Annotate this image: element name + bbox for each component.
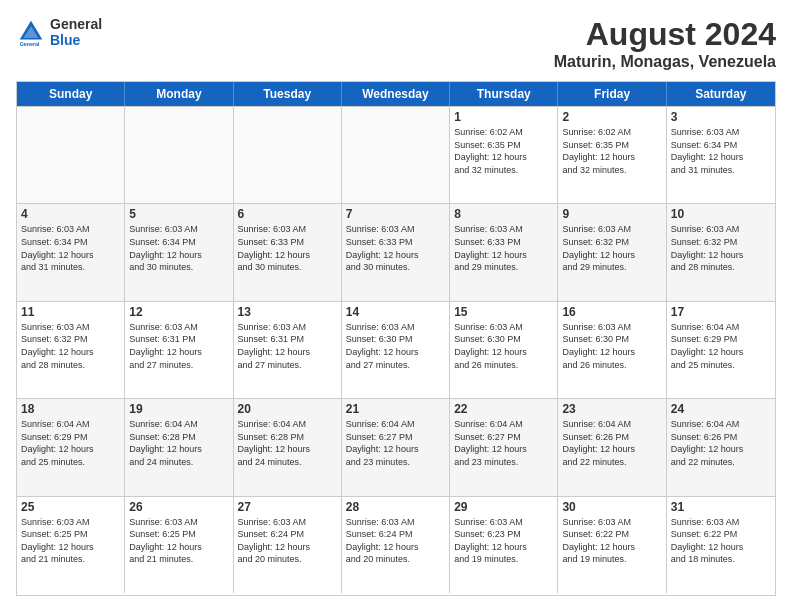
calendar-cell: 2Sunrise: 6:02 AM Sunset: 6:35 PM Daylig… (558, 107, 666, 203)
header: General Blue General Blue August 2024 Ma… (16, 16, 776, 71)
calendar-row: 25Sunrise: 6:03 AM Sunset: 6:25 PM Dayli… (17, 496, 775, 593)
day-info: Sunrise: 6:04 AM Sunset: 6:28 PM Dayligh… (238, 418, 337, 468)
day-number: 2 (562, 110, 661, 124)
calendar-cell: 5Sunrise: 6:03 AM Sunset: 6:34 PM Daylig… (125, 204, 233, 300)
day-number: 20 (238, 402, 337, 416)
day-number: 19 (129, 402, 228, 416)
calendar-cell: 27Sunrise: 6:03 AM Sunset: 6:24 PM Dayli… (234, 497, 342, 593)
day-number: 1 (454, 110, 553, 124)
calendar-header: SundayMondayTuesdayWednesdayThursdayFrid… (17, 82, 775, 106)
day-number: 31 (671, 500, 771, 514)
day-info: Sunrise: 6:03 AM Sunset: 6:34 PM Dayligh… (671, 126, 771, 176)
calendar-cell (17, 107, 125, 203)
calendar-cell: 28Sunrise: 6:03 AM Sunset: 6:24 PM Dayli… (342, 497, 450, 593)
calendar-cell: 10Sunrise: 6:03 AM Sunset: 6:32 PM Dayli… (667, 204, 775, 300)
day-info: Sunrise: 6:03 AM Sunset: 6:32 PM Dayligh… (562, 223, 661, 273)
location: Maturin, Monagas, Venezuela (554, 53, 776, 71)
day-number: 28 (346, 500, 445, 514)
calendar-cell: 25Sunrise: 6:03 AM Sunset: 6:25 PM Dayli… (17, 497, 125, 593)
calendar-cell: 24Sunrise: 6:04 AM Sunset: 6:26 PM Dayli… (667, 399, 775, 495)
calendar-cell (125, 107, 233, 203)
calendar-cell: 20Sunrise: 6:04 AM Sunset: 6:28 PM Dayli… (234, 399, 342, 495)
day-number: 7 (346, 207, 445, 221)
calendar-cell: 23Sunrise: 6:04 AM Sunset: 6:26 PM Dayli… (558, 399, 666, 495)
calendar-cell (234, 107, 342, 203)
day-info: Sunrise: 6:03 AM Sunset: 6:22 PM Dayligh… (671, 516, 771, 566)
day-number: 21 (346, 402, 445, 416)
weekday-header: Tuesday (234, 82, 342, 106)
day-number: 9 (562, 207, 661, 221)
calendar-cell: 17Sunrise: 6:04 AM Sunset: 6:29 PM Dayli… (667, 302, 775, 398)
calendar-cell: 19Sunrise: 6:04 AM Sunset: 6:28 PM Dayli… (125, 399, 233, 495)
svg-text:General: General (20, 41, 40, 47)
weekday-header: Wednesday (342, 82, 450, 106)
day-info: Sunrise: 6:03 AM Sunset: 6:30 PM Dayligh… (454, 321, 553, 371)
weekday-header: Saturday (667, 82, 775, 106)
day-number: 15 (454, 305, 553, 319)
day-number: 18 (21, 402, 120, 416)
day-number: 4 (21, 207, 120, 221)
day-number: 23 (562, 402, 661, 416)
day-info: Sunrise: 6:04 AM Sunset: 6:27 PM Dayligh… (346, 418, 445, 468)
calendar-body: 1Sunrise: 6:02 AM Sunset: 6:35 PM Daylig… (17, 106, 775, 593)
day-info: Sunrise: 6:03 AM Sunset: 6:33 PM Dayligh… (346, 223, 445, 273)
day-info: Sunrise: 6:04 AM Sunset: 6:26 PM Dayligh… (671, 418, 771, 468)
calendar-cell: 7Sunrise: 6:03 AM Sunset: 6:33 PM Daylig… (342, 204, 450, 300)
day-number: 10 (671, 207, 771, 221)
day-number: 30 (562, 500, 661, 514)
day-info: Sunrise: 6:03 AM Sunset: 6:31 PM Dayligh… (129, 321, 228, 371)
day-info: Sunrise: 6:03 AM Sunset: 6:33 PM Dayligh… (238, 223, 337, 273)
day-info: Sunrise: 6:03 AM Sunset: 6:33 PM Dayligh… (454, 223, 553, 273)
day-number: 26 (129, 500, 228, 514)
calendar-cell: 11Sunrise: 6:03 AM Sunset: 6:32 PM Dayli… (17, 302, 125, 398)
day-number: 27 (238, 500, 337, 514)
weekday-header: Sunday (17, 82, 125, 106)
svg-text:Blue: Blue (20, 47, 31, 48)
logo: General Blue General Blue (16, 16, 102, 48)
calendar-cell: 8Sunrise: 6:03 AM Sunset: 6:33 PM Daylig… (450, 204, 558, 300)
day-number: 5 (129, 207, 228, 221)
day-info: Sunrise: 6:03 AM Sunset: 6:24 PM Dayligh… (238, 516, 337, 566)
calendar-row: 1Sunrise: 6:02 AM Sunset: 6:35 PM Daylig… (17, 106, 775, 203)
day-number: 24 (671, 402, 771, 416)
logo-text: General Blue (50, 16, 102, 48)
calendar-row: 4Sunrise: 6:03 AM Sunset: 6:34 PM Daylig… (17, 203, 775, 300)
day-number: 22 (454, 402, 553, 416)
day-info: Sunrise: 6:03 AM Sunset: 6:25 PM Dayligh… (21, 516, 120, 566)
day-info: Sunrise: 6:04 AM Sunset: 6:26 PM Dayligh… (562, 418, 661, 468)
day-number: 8 (454, 207, 553, 221)
title-block: August 2024 Maturin, Monagas, Venezuela (554, 16, 776, 71)
day-number: 13 (238, 305, 337, 319)
calendar-row: 18Sunrise: 6:04 AM Sunset: 6:29 PM Dayli… (17, 398, 775, 495)
calendar-cell: 16Sunrise: 6:03 AM Sunset: 6:30 PM Dayli… (558, 302, 666, 398)
calendar-cell: 1Sunrise: 6:02 AM Sunset: 6:35 PM Daylig… (450, 107, 558, 203)
calendar-cell: 6Sunrise: 6:03 AM Sunset: 6:33 PM Daylig… (234, 204, 342, 300)
day-number: 3 (671, 110, 771, 124)
page: General Blue General Blue August 2024 Ma… (0, 0, 792, 612)
logo-blue: Blue (50, 32, 102, 48)
month-year: August 2024 (554, 16, 776, 53)
day-info: Sunrise: 6:02 AM Sunset: 6:35 PM Dayligh… (454, 126, 553, 176)
day-number: 16 (562, 305, 661, 319)
day-info: Sunrise: 6:03 AM Sunset: 6:25 PM Dayligh… (129, 516, 228, 566)
day-number: 29 (454, 500, 553, 514)
day-info: Sunrise: 6:04 AM Sunset: 6:29 PM Dayligh… (671, 321, 771, 371)
day-info: Sunrise: 6:03 AM Sunset: 6:22 PM Dayligh… (562, 516, 661, 566)
day-info: Sunrise: 6:04 AM Sunset: 6:28 PM Dayligh… (129, 418, 228, 468)
day-info: Sunrise: 6:02 AM Sunset: 6:35 PM Dayligh… (562, 126, 661, 176)
day-number: 25 (21, 500, 120, 514)
calendar-cell: 9Sunrise: 6:03 AM Sunset: 6:32 PM Daylig… (558, 204, 666, 300)
calendar-cell: 4Sunrise: 6:03 AM Sunset: 6:34 PM Daylig… (17, 204, 125, 300)
calendar-cell: 14Sunrise: 6:03 AM Sunset: 6:30 PM Dayli… (342, 302, 450, 398)
calendar-cell: 15Sunrise: 6:03 AM Sunset: 6:30 PM Dayli… (450, 302, 558, 398)
day-info: Sunrise: 6:03 AM Sunset: 6:32 PM Dayligh… (21, 321, 120, 371)
calendar-row: 11Sunrise: 6:03 AM Sunset: 6:32 PM Dayli… (17, 301, 775, 398)
day-info: Sunrise: 6:03 AM Sunset: 6:34 PM Dayligh… (129, 223, 228, 273)
calendar-cell: 29Sunrise: 6:03 AM Sunset: 6:23 PM Dayli… (450, 497, 558, 593)
calendar-cell: 31Sunrise: 6:03 AM Sunset: 6:22 PM Dayli… (667, 497, 775, 593)
calendar-cell: 12Sunrise: 6:03 AM Sunset: 6:31 PM Dayli… (125, 302, 233, 398)
day-number: 17 (671, 305, 771, 319)
calendar-cell: 26Sunrise: 6:03 AM Sunset: 6:25 PM Dayli… (125, 497, 233, 593)
day-number: 12 (129, 305, 228, 319)
calendar-cell: 18Sunrise: 6:04 AM Sunset: 6:29 PM Dayli… (17, 399, 125, 495)
